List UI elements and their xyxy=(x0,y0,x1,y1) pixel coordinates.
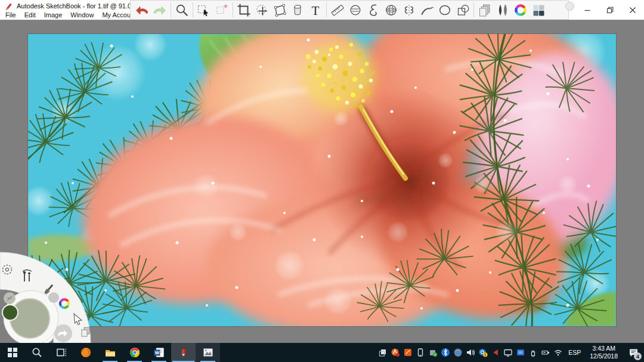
nudge-tool-button[interactable] xyxy=(253,1,271,18)
minimize-button[interactable] xyxy=(576,0,599,20)
tray-bluetooth-icon[interactable] xyxy=(439,343,451,362)
select-tool-button[interactable] xyxy=(195,1,213,18)
taskbar-clock[interactable]: 3:43 AM 12/5/2018 xyxy=(585,345,623,360)
restore-button[interactable] xyxy=(599,0,621,20)
tray-display-icon[interactable] xyxy=(501,343,514,362)
tray-intel-graphics-icon[interactable] xyxy=(514,343,527,362)
crop-tool-button[interactable] xyxy=(235,1,253,18)
copic-library-button[interactable] xyxy=(530,1,547,18)
copic-swatches-icon xyxy=(531,3,546,17)
tray-phone-icon[interactable] xyxy=(414,343,426,362)
ellipse-guide-icon xyxy=(348,3,363,17)
text-tool-button[interactable]: T xyxy=(306,1,324,18)
paint-bucket-icon xyxy=(290,3,305,17)
perspective-tool-button[interactable] xyxy=(382,1,400,18)
toolbar-separator xyxy=(171,2,171,17)
toolbar-separator xyxy=(193,2,193,17)
title-bar: Autodesk SketchBook - flor 1.tif @ 91.0%… xyxy=(0,0,644,20)
system-tray: ESP 3:43 AM 12/5/2018 4 xyxy=(376,343,644,362)
symmetry-tool-button[interactable] xyxy=(400,1,418,18)
stamen-glow xyxy=(303,42,377,112)
toolbar-separator xyxy=(473,2,474,17)
puck-surface xyxy=(10,299,49,338)
tray-usb-icon[interactable] xyxy=(527,343,539,362)
ellipse-tool-button[interactable] xyxy=(436,1,454,18)
brush-library-button[interactable] xyxy=(494,1,512,18)
taskbar-sketchbook[interactable] xyxy=(171,343,196,362)
ellipse-guide-button[interactable] xyxy=(346,1,364,18)
undo-button[interactable] xyxy=(133,1,151,18)
menu-edit[interactable]: Edit xyxy=(20,11,40,19)
tray-globe-icon[interactable] xyxy=(451,343,464,362)
tray-paint-app-icon[interactable] xyxy=(401,343,414,362)
undo-icon xyxy=(135,3,149,17)
canvas[interactable] xyxy=(28,34,616,326)
ruler-tool-button[interactable] xyxy=(329,1,346,18)
french-curve-icon xyxy=(366,3,380,17)
nudge-icon xyxy=(255,3,269,17)
color-wheel-button[interactable] xyxy=(512,1,530,18)
desktop: { "window": { "title": "Autodesk SketchB… xyxy=(0,0,644,362)
photos-icon xyxy=(202,346,214,358)
tray-wifi-icon[interactable] xyxy=(552,343,564,362)
taskbar-firefox[interactable] xyxy=(73,343,98,362)
word-icon: W xyxy=(153,346,165,358)
workspace xyxy=(0,20,644,343)
layers-icon xyxy=(478,3,492,17)
toolbar-separator xyxy=(326,2,327,17)
tray-device-ok-icon[interactable] xyxy=(426,343,439,362)
perspective-icon xyxy=(384,3,398,17)
toolbar-handle[interactable] xyxy=(565,2,574,11)
tray-alert-icon[interactable] xyxy=(476,343,489,362)
current-color-swatch xyxy=(2,305,18,320)
steady-stroke-button[interactable] xyxy=(418,1,436,18)
redo-button[interactable] xyxy=(151,1,169,18)
taskbar-word[interactable]: W xyxy=(147,343,171,362)
close-icon xyxy=(629,7,636,14)
menu-window[interactable]: Window xyxy=(66,11,98,19)
taskbar-photos[interactable] xyxy=(196,343,220,362)
taskbar-file-explorer[interactable] xyxy=(98,343,122,362)
search-icon xyxy=(31,346,43,358)
minimize-icon xyxy=(584,7,591,14)
distort-icon xyxy=(273,3,287,17)
brush-puck[interactable] xyxy=(2,290,59,343)
redo-icon xyxy=(153,3,167,17)
taskbar-chrome[interactable] xyxy=(122,343,147,362)
deselect-tool-button[interactable] xyxy=(213,1,231,18)
tray-window-stack-icon[interactable] xyxy=(376,343,389,362)
action-center-button[interactable]: 4 xyxy=(623,343,644,362)
tray-volume-icon[interactable] xyxy=(464,343,476,362)
layers-button[interactable] xyxy=(476,1,494,18)
hibiscus-painting xyxy=(28,34,616,326)
taskbar: W ESP 3:43 AM 12/5/2018 4 xyxy=(0,343,644,362)
text-icon: T xyxy=(308,3,323,17)
selection-icon xyxy=(197,3,211,17)
ellipse-icon xyxy=(438,3,452,17)
transform-tool-button[interactable] xyxy=(271,1,289,18)
french-curve-button[interactable] xyxy=(364,1,382,18)
tray-power-icon[interactable] xyxy=(539,343,552,362)
zoom-tool-button[interactable] xyxy=(173,1,191,18)
clock-date: 12/5/2018 xyxy=(590,352,618,360)
ruler-icon xyxy=(330,3,345,17)
restore-icon xyxy=(606,7,614,14)
firefox-icon xyxy=(80,346,92,358)
taskbar-search-button[interactable] xyxy=(24,343,49,362)
language-indicator[interactable]: ESP xyxy=(564,349,585,356)
shapes-tool-button[interactable] xyxy=(454,1,472,18)
sketchbook-pencil-icon xyxy=(178,346,190,358)
chrome-icon xyxy=(129,346,141,358)
clock-time: 3:43 AM xyxy=(590,345,618,352)
fill-tool-button[interactable] xyxy=(289,1,306,18)
start-button[interactable] xyxy=(0,343,24,362)
menu-file[interactable]: File xyxy=(1,11,20,19)
tray-mcafee-icon[interactable] xyxy=(389,343,401,362)
tray-red-cone-icon[interactable] xyxy=(489,343,501,362)
close-button[interactable] xyxy=(621,0,644,20)
symmetry-icon xyxy=(402,3,416,17)
file-explorer-icon xyxy=(104,346,116,358)
color-wheel-icon xyxy=(513,3,528,17)
task-view-button[interactable] xyxy=(49,343,73,362)
menu-image[interactable]: Image xyxy=(40,11,67,19)
